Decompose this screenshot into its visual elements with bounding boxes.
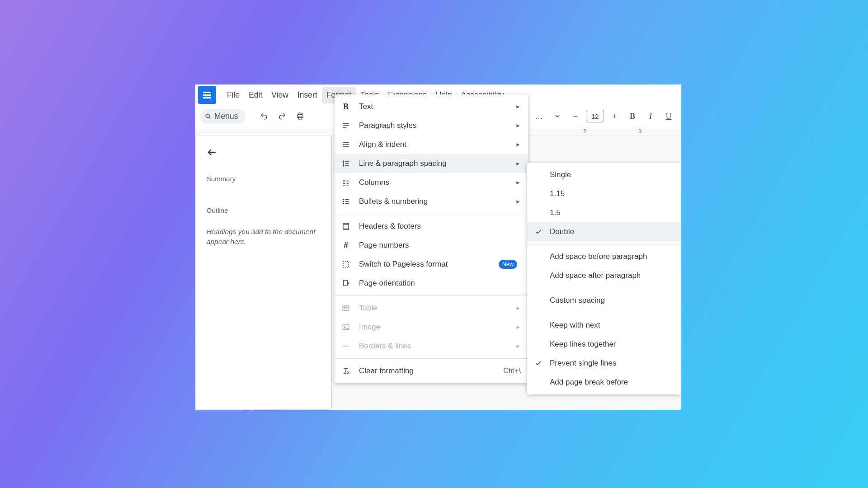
menu-item-label: Text (359, 102, 507, 111)
menu-item-label: Page orientation (359, 279, 521, 288)
submenu-arrow-icon: ► (515, 198, 521, 205)
undo-button[interactable] (256, 108, 272, 124)
search-icon (204, 113, 212, 120)
page-orientation-icon (341, 279, 351, 287)
submenu-item-label: Add page break before (550, 378, 674, 387)
menu-item-label: Switch to Pageless format (359, 260, 491, 269)
more-options[interactable]: … (532, 108, 547, 124)
submenu-item-label: Keep with next (550, 321, 674, 330)
svg-point-25 (343, 201, 344, 202)
menu-item-label: Headers & footers (359, 222, 521, 231)
menu-view[interactable]: View (267, 87, 293, 103)
dropdown-separator (527, 288, 681, 288)
page-numbers-icon: # (341, 241, 351, 250)
format-menu-borders-lines: Borders & lines► (335, 337, 528, 356)
spacing-option-double[interactable]: Double (527, 222, 681, 241)
decrease-font-size[interactable]: − (568, 108, 583, 124)
spacing-option-prevent-single-lines[interactable]: Prevent single lines (527, 354, 681, 373)
submenu-item-label: Prevent single lines (550, 359, 674, 368)
svg-rect-34 (344, 280, 348, 286)
format-menu-clear-formatting[interactable]: Clear formattingCtrl+\ (335, 361, 528, 380)
format-menu-headers-footers[interactable]: Headers & footers (335, 217, 528, 236)
submenu-item-label: Add space before paragraph (550, 252, 674, 261)
headers-footers-icon (341, 222, 351, 230)
check-icon (533, 360, 543, 367)
paragraph-styles-icon (341, 122, 351, 130)
submenu-arrow-icon: ► (515, 305, 521, 311)
format-menu-bullets-numbering[interactable]: Bullets & numbering► (335, 192, 528, 211)
spacing-option-add-space-before-paragraph[interactable]: Add space before paragraph (527, 247, 681, 266)
submenu-item-label: Add space after paragraph (550, 271, 674, 280)
spacing-option-1-5[interactable]: 1.5 (527, 203, 681, 222)
menu-item-label: Paragraph styles (359, 121, 507, 130)
image-icon (341, 323, 351, 331)
line-spacing-submenu: Single1.151.5DoubleAdd space before para… (527, 163, 681, 394)
summary-heading: Summary (207, 175, 321, 183)
bullets-numbering-icon (341, 197, 351, 206)
columns-icon (341, 178, 351, 187)
clear-format-icon (341, 367, 351, 375)
svg-line-1 (209, 117, 210, 118)
menu-item-label: Clear formatting (359, 366, 495, 375)
print-button[interactable] (292, 108, 308, 124)
docs-logo-icon[interactable] (198, 86, 216, 104)
spacing-option-single[interactable]: Single (527, 165, 681, 184)
svg-point-24 (343, 199, 344, 200)
pageless-icon (341, 260, 351, 268)
bold-button[interactable]: B (625, 108, 640, 124)
format-menu-page-numbers[interactable]: #Page numbers (335, 236, 528, 255)
submenu-arrow-icon: ► (515, 141, 521, 148)
dropdown-separator (335, 296, 528, 296)
submenu-arrow-icon: ► (515, 103, 521, 110)
submenu-item-label: 1.15 (550, 189, 674, 198)
align-indent-icon (341, 141, 351, 149)
check-icon (533, 228, 543, 235)
format-menu-paragraph-styles[interactable]: Paragraph styles► (335, 116, 528, 135)
svg-rect-30 (343, 223, 349, 230)
bold-icon: B (341, 102, 351, 112)
submenu-arrow-icon: ► (515, 324, 521, 330)
submenu-item-label: Double (550, 227, 674, 236)
svg-point-26 (343, 203, 344, 204)
spacing-option-custom-spacing[interactable]: Custom spacing (527, 291, 681, 310)
back-arrow-icon[interactable] (207, 147, 321, 158)
spacing-option-keep-lines-together[interactable]: Keep lines together (527, 335, 681, 354)
format-menu-align-indent[interactable]: Align & indent► (335, 135, 528, 154)
format-menu-line-paragraph-spacing[interactable]: Line & paragraph spacing► (335, 154, 528, 173)
submenu-arrow-icon: ► (515, 179, 521, 186)
format-menu-page-orientation[interactable]: Page orientation (335, 274, 528, 293)
menu-item-label: Borders & lines (359, 342, 507, 351)
borders-lines-icon (341, 342, 351, 350)
menus-search-label: Menus (214, 112, 238, 121)
font-dropdown-chevron[interactable] (550, 108, 565, 124)
menu-item-label: Image (359, 323, 507, 332)
font-size-input[interactable]: 12 (586, 110, 604, 122)
keyboard-shortcut: Ctrl+\ (503, 367, 521, 375)
submenu-item-label: Single (550, 170, 674, 179)
menus-search[interactable]: Menus (200, 109, 245, 124)
spacing-option-1-15[interactable]: 1.15 (527, 184, 681, 203)
menu-edit[interactable]: Edit (244, 87, 267, 103)
menu-file[interactable]: File (222, 87, 244, 103)
increase-font-size[interactable]: + (607, 108, 622, 124)
new-badge: New (499, 260, 517, 269)
spacing-option-keep-with-next[interactable]: Keep with next (527, 316, 681, 335)
dropdown-separator (335, 358, 528, 359)
spacing-option-add-page-break-before[interactable]: Add page break before (527, 373, 681, 392)
ruler-tick-2: 2 (583, 128, 586, 135)
underline-button[interactable]: U (661, 108, 676, 124)
menu-item-label: Page numbers (359, 241, 521, 250)
format-menu-image: Image► (335, 318, 528, 337)
format-menu-columns[interactable]: Columns► (335, 173, 528, 192)
spacing-option-add-space-after-paragraph[interactable]: Add space after paragraph (527, 266, 681, 285)
menu-insert[interactable]: Insert (293, 87, 322, 103)
format-menu-switch-to-pageless-format[interactable]: Switch to Pageless formatNew (335, 255, 528, 274)
svg-rect-35 (343, 306, 349, 311)
italic-button[interactable]: I (643, 108, 658, 124)
redo-button[interactable] (274, 108, 290, 124)
menu-item-label: Bullets & numbering (359, 197, 507, 206)
line-spacing-icon (341, 160, 351, 168)
submenu-item-label: Custom spacing (550, 296, 674, 305)
submenu-item-label: 1.5 (550, 208, 674, 217)
format-menu-text[interactable]: BText► (335, 97, 528, 116)
